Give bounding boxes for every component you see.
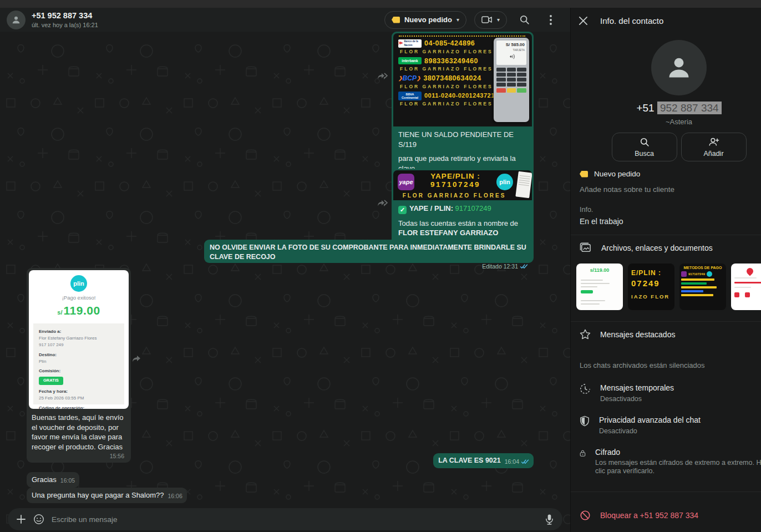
setting-title: Mensajes temporales	[600, 383, 761, 393]
composer-bar	[0, 506, 570, 532]
panel-header: Info. del contacto	[571, 8, 761, 33]
add-contact-button[interactable]: Añadir	[681, 133, 747, 161]
bbva-logo: BBVAContinental	[398, 92, 422, 100]
contact-actions: Busca Añadir	[571, 133, 761, 161]
last-seen: últ. vez hoy a la(s) 16:21	[32, 22, 98, 29]
chat-header: +51 952 887 334 últ. vez hoy a la(s) 16:…	[0, 8, 570, 32]
info-value: En el trabajo	[580, 217, 761, 226]
forward-icon[interactable]	[131, 355, 143, 363]
message-notice: NO OLVIDE ENVIAR LA FOTO DE SU COMPROBAN…	[204, 240, 534, 263]
yape-plin-title: YAPE/PLIN :	[418, 173, 493, 181]
selected-phone-text: 952 887 334	[657, 102, 722, 114]
media-thumbnails: s/119.00 E/PLIN : 07249 IAZO FLOR METODO…	[571, 260, 761, 321]
label-dropdown-button[interactable]: Nuevo pedido ▾	[384, 11, 466, 29]
message-time: 16:05	[60, 477, 75, 484]
account-holder: FLOR GARRIAZO FLORES	[393, 192, 515, 200]
forwarded-icon[interactable]	[377, 73, 388, 81]
search-icon	[640, 137, 650, 147]
video-call-button[interactable]: ▾	[474, 11, 507, 29]
contact-avatar-large[interactable]	[651, 40, 707, 95]
info-label: Info.	[580, 206, 761, 214]
row-title: Archivos, enlaces y documentos	[601, 244, 713, 252]
voucher-details: Enviado a: Flor Estefany Garriazo Flores…	[33, 323, 124, 404]
contactless-icon	[507, 53, 516, 60]
emoji-sticker-icon[interactable]	[33, 514, 44, 525]
media-links-docs-row[interactable]: Archivos, enlaces y documentos	[571, 235, 761, 260]
message-time: 15:56	[110, 452, 124, 460]
thumbnail-shipping[interactable]	[731, 264, 761, 310]
starred-messages-row[interactable]: Mensajes destacados	[571, 322, 761, 347]
contact-alias: ~Asteria	[571, 118, 761, 126]
search-messages-button[interactable]: Busca	[612, 133, 677, 161]
message-time: 16:04	[505, 458, 519, 465]
message-text: LA CLAVE ES 9021	[438, 456, 501, 465]
info-block: Info. En el trabajo	[571, 194, 761, 235]
message-text: Buenas tardes, aquí le envío el voucher …	[32, 413, 126, 452]
contact-avatar[interactable]	[7, 11, 26, 29]
advanced-privacy-row[interactable]: Privacidad avanzada del chat Desactivado	[571, 409, 761, 442]
pos-amount: S/ 585.00	[498, 42, 525, 48]
thumbnail-amount: s/119.00	[576, 267, 623, 273]
yape-logo: yape	[398, 174, 414, 190]
plin-logo: plin	[70, 275, 87, 292]
block-icon	[580, 510, 591, 521]
report-contact-row[interactable]: Reportar a +51 952 887 334	[571, 528, 761, 532]
phone-number-link[interactable]: 917107249	[455, 204, 491, 212]
kebab-menu-icon	[550, 15, 552, 25]
caption-line: TIENE UN SALDO PENDIENTE DE S/119	[398, 130, 527, 149]
panel-title: Info. del contacto	[600, 16, 663, 26]
message-text: Gracias	[32, 475, 57, 485]
message-text: NO OLVIDE ENVIAR LA FOTO DE SU COMPROBAN…	[210, 243, 528, 262]
chevron-down-icon: ▾	[456, 17, 459, 23]
setting-description: Los mensajes están cifrados de extremo a…	[595, 459, 761, 475]
message-time: 16:06	[168, 492, 182, 500]
message-time: Editado 12:31	[482, 262, 518, 270]
message-input[interactable]	[52, 515, 537, 524]
paper-list-graphic	[515, 171, 532, 199]
voucher-amount: s/119.00	[29, 303, 129, 318]
ephemeral-messages-row[interactable]: Mensajes temporales Desactivados	[571, 377, 761, 409]
shield-icon	[580, 416, 590, 427]
encryption-row[interactable]: Cifrado Los mensajes están cifrados de e…	[571, 442, 761, 482]
button-label: Añadir	[703, 150, 723, 158]
yape-plin-image[interactable]: yape YAPE/PLIN : 917107249 plin FLOR GAR…	[393, 170, 532, 200]
thumbnail-metodos-pago[interactable]: METODOS DE PAGO 917107249	[679, 264, 726, 310]
contact-header-info[interactable]: +51 952 887 334 últ. vez hoy a la(s) 16:…	[32, 11, 98, 28]
search-icon	[519, 14, 530, 25]
voucher-status: ¡Pago exitoso!	[29, 295, 129, 302]
label-tag-icon	[580, 171, 588, 178]
composer-pill	[8, 508, 562, 530]
attach-plus-icon[interactable]	[16, 514, 26, 524]
chat-menu-button[interactable]	[541, 11, 560, 29]
microphone-icon[interactable]	[545, 514, 554, 525]
message-payment-voucher: plin ¡Pago exitoso! s/119.00 Enviado a: …	[27, 268, 131, 463]
lock-icon	[580, 448, 586, 459]
row-title: Mensajes destacados	[600, 330, 675, 339]
block-contact-row[interactable]: Bloquear a +51 952 887 334	[571, 492, 761, 528]
bank-accounts-image[interactable]: ≫Banco de la Nación 04-085-424896 FLOR G…	[393, 33, 532, 126]
row-title: Bloquear a +51 952 887 334	[600, 511, 698, 520]
message-text: Una pregunta hay que pagar a Shalom??	[32, 490, 164, 500]
message-clave: LA CLAVE ES 9021 16:04	[433, 453, 534, 468]
close-icon[interactable]	[579, 16, 588, 26]
bank-account-number: 38073480634024	[423, 74, 481, 83]
button-label: Busca	[635, 150, 654, 158]
read-receipt-icon	[521, 459, 529, 464]
check-emoji-icon: ✓	[398, 206, 407, 214]
label-tag-icon	[392, 17, 400, 23]
label-chip-row[interactable]: Nuevo pedido	[571, 161, 761, 178]
yape-plin-number: 917107249	[418, 181, 493, 189]
person-add-icon	[708, 137, 719, 147]
label-dropdown-text: Nuevo pedido	[404, 16, 452, 24]
read-receipt-icon	[520, 264, 528, 269]
thumbnail-voucher[interactable]: s/119.00	[576, 264, 623, 310]
contact-phone: +51 952 887 334	[571, 102, 761, 114]
setting-value: Desactivados	[600, 395, 761, 403]
forwarded-icon[interactable]	[377, 200, 388, 208]
client-notes-placeholder[interactable]: Añade notas sobre tu cliente	[571, 178, 761, 194]
plin-logo-mini	[707, 271, 712, 277]
search-in-chat-button[interactable]	[515, 11, 534, 29]
window-top-strip	[0, 0, 761, 8]
thumbnail-yape-plin[interactable]: E/PLIN : 07249 IAZO FLOR	[628, 264, 674, 310]
voucher-image[interactable]: plin ¡Pago exitoso! s/119.00 Enviado a: …	[29, 270, 129, 409]
